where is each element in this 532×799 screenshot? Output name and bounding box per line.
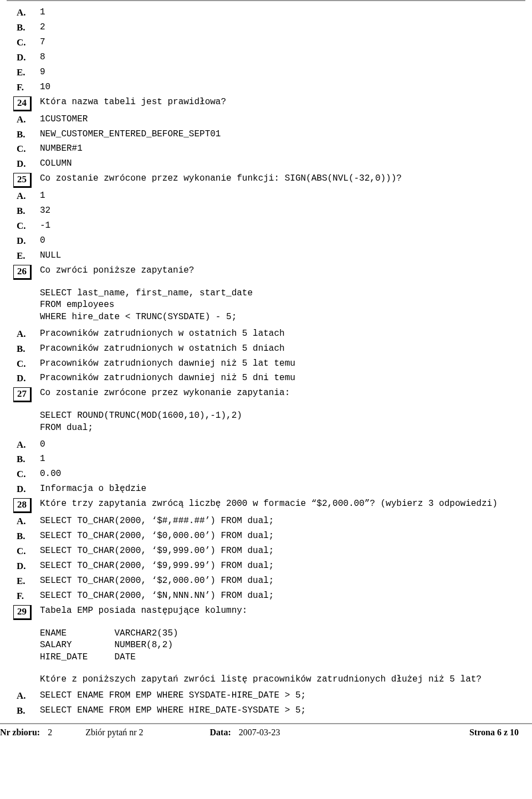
answer-letter: D. [13, 235, 26, 248]
footer: Nr zbioru: 2 Zbiór pytań nr 2 Data: 2007… [0, 723, 532, 743]
answer-row: D.0 [13, 234, 519, 248]
answer-row: A.SELECT TO_CHAR(2000, ‘$#,###.##’) FROM… [13, 514, 519, 528]
code-block: SELECT ROUND(TRUNC(MOD(1600,10),-1),2) F… [40, 410, 519, 434]
answer-letter: E. [13, 250, 25, 263]
question-row: 25 Co zostanie zwrócone przez wykonanie … [13, 172, 519, 188]
answer-letter: B. [13, 205, 25, 218]
answer-letter: C. [13, 468, 26, 481]
answer-row: C. 7 [13, 35, 519, 49]
answer-row: F.SELECT TO_CHAR(2000, ‘$N,NNN.NN’) FROM… [13, 589, 519, 603]
answer-row: A.1CUSTOMER [13, 112, 519, 126]
question-number: 29 [13, 605, 32, 620]
answer-text: Pracowników zatrudnionych w ostatnich 5 … [40, 342, 519, 355]
answer-text: NULL [40, 249, 519, 262]
code-block: SELECT last_name, first_name, start_date… [40, 288, 519, 324]
answer-row: A.1 [13, 189, 519, 203]
answer-text: NUMBER#1 [40, 142, 519, 155]
answer-row: C.NUMBER#1 [13, 142, 519, 156]
answer-text: SELECT TO_CHAR(2000, ‘$9,999.00’) FROM d… [40, 544, 519, 557]
answer-letter: C. [13, 37, 26, 49]
answer-text: 1 [40, 189, 519, 202]
answer-row: B. 2 [13, 21, 519, 34]
answer-text: 7 [40, 35, 519, 49]
answer-text: Pracowników zatrudnionych w ostatnich 5 … [40, 327, 519, 340]
answer-letter: C. [13, 220, 26, 233]
question-number: 25 [13, 173, 32, 188]
answer-letter: B. [13, 22, 25, 34]
answer-text: SELECT ENAME FROM EMP WHERE SYSDATE-HIRE… [40, 689, 519, 702]
answer-row: D.Pracowników zatrudnionych dawniej niż … [13, 371, 519, 385]
answer-text: 0.00 [40, 467, 519, 480]
answer-letter: C. [13, 143, 26, 156]
answer-text: SELECT TO_CHAR(2000, ‘$N,NNN.NN’) FROM d… [40, 589, 519, 602]
question-text-2: Które z poniższych zapytań zwróci listę … [40, 674, 519, 686]
answer-row: B.Pracowników zatrudnionych w ostatnich … [13, 342, 519, 356]
answer-row: D.SELECT TO_CHAR(2000, ‘$9,999.99’) FROM… [13, 559, 519, 573]
question-number: 26 [13, 265, 32, 280]
answer-letter: D. [13, 560, 26, 573]
question-number: 24 [13, 96, 32, 111]
answer-text: 1 [40, 452, 519, 465]
answer-letter: B. [13, 453, 25, 466]
question-row: 24 Która nazwa tabeli jest prawidłowa? [13, 95, 519, 111]
answer-letter: A. [13, 328, 26, 341]
answer-letter: A. [13, 515, 26, 528]
answer-row: E.NULL [13, 249, 519, 263]
answer-row: E. 9 [13, 65, 519, 79]
answer-text: 9 [40, 65, 519, 79]
answer-letter: D. [13, 483, 26, 496]
answer-row: E.SELECT TO_CHAR(2000, ‘$2,000.00’) FROM… [13, 574, 519, 588]
columns-block: ENAME VARCHAR2(35) SALARY NUMBER(8,2) HI… [40, 628, 519, 664]
answer-letter: D. [13, 158, 26, 171]
answer-text: COLUMN [40, 157, 519, 170]
answer-row: D.Informacja o błędzie [13, 482, 519, 496]
question-number: 27 [13, 387, 32, 402]
answer-letter: D. [13, 372, 26, 385]
answer-text: 0 [40, 234, 519, 247]
answer-letter: A. [13, 114, 26, 126]
answer-letter: E. [13, 66, 25, 79]
answer-text: SELECT TO_CHAR(2000, ‘$0,000.00’) FROM d… [40, 529, 519, 542]
answer-text: Pracowników zatrudnionych dawniej niż 5 … [40, 357, 519, 370]
answer-row: B.NEW_CUSTOMER_ENTERED_BEFORE_SEPT01 [13, 127, 519, 141]
answer-letter: D. [13, 52, 26, 64]
question-row: 27 Co zostanie zwrócone przez wykonanie … [13, 386, 519, 402]
answer-row: C.-1 [13, 219, 519, 233]
answer-text: SELECT ENAME FROM EMP WHERE HIRE_DATE-SY… [40, 704, 519, 717]
answer-text: Pracowników zatrudnionych dawniej niż 5 … [40, 371, 519, 385]
question-row: 26 Co zwróci poniższe zapytanie? [13, 264, 519, 280]
answer-text: Informacja o błędzie [40, 482, 519, 495]
answer-letter: A. [13, 7, 26, 19]
answer-letter: E. [13, 575, 25, 588]
answer-text: SELECT TO_CHAR(2000, ‘$#,###.##’) FROM d… [40, 514, 519, 527]
question-text: Co zostanie zwrócone przez wykonanie zap… [40, 386, 519, 400]
answer-letter: F. [13, 81, 24, 94]
question-row: 29 Tabela EMP posiada następujące kolumn… [13, 604, 519, 620]
answer-letter: A. [13, 190, 26, 203]
answer-row: B.SELECT TO_CHAR(2000, ‘$0,000.00’) FROM… [13, 529, 519, 543]
answer-text: SELECT TO_CHAR(2000, ‘$2,000.00’) FROM d… [40, 574, 519, 587]
answer-text: 10 [40, 80, 519, 94]
answer-row: A. 1 [13, 6, 519, 19]
answer-text: 1 [40, 6, 519, 19]
answer-text: 2 [40, 21, 519, 34]
answer-row: F. 10 [13, 80, 519, 94]
answer-letter: A. [13, 439, 26, 452]
answer-letter: B. [13, 530, 25, 543]
footer-page-label: Strona 6 z 10 [469, 726, 519, 739]
answer-text: 8 [40, 50, 519, 64]
question-row: 28 Które trzy zapytania zwrócą liczbę 20… [13, 497, 519, 513]
question-text: Która nazwa tabeli jest prawidłowa? [40, 95, 519, 109]
answer-text: SELECT TO_CHAR(2000, ‘$9,999.99’) FROM d… [40, 559, 519, 572]
footer-zbior-label: Zbiór pytań nr 2 [85, 726, 143, 739]
answer-letter: B. [13, 343, 25, 356]
question-number: 28 [13, 498, 32, 513]
answer-letter: A. [13, 690, 26, 703]
question-text: Co zostanie zwrócone przez wykonanie fun… [40, 172, 519, 185]
answer-row: B.SELECT ENAME FROM EMP WHERE HIRE_DATE-… [13, 704, 519, 718]
answer-text: 1CUSTOMER [40, 112, 519, 126]
answer-row: C.SELECT TO_CHAR(2000, ‘$9,999.00’) FROM… [13, 544, 519, 558]
question-text: Co zwróci poniższe zapytanie? [40, 264, 519, 277]
answer-row: D. 8 [13, 50, 519, 64]
answer-letter: C. [13, 545, 26, 558]
